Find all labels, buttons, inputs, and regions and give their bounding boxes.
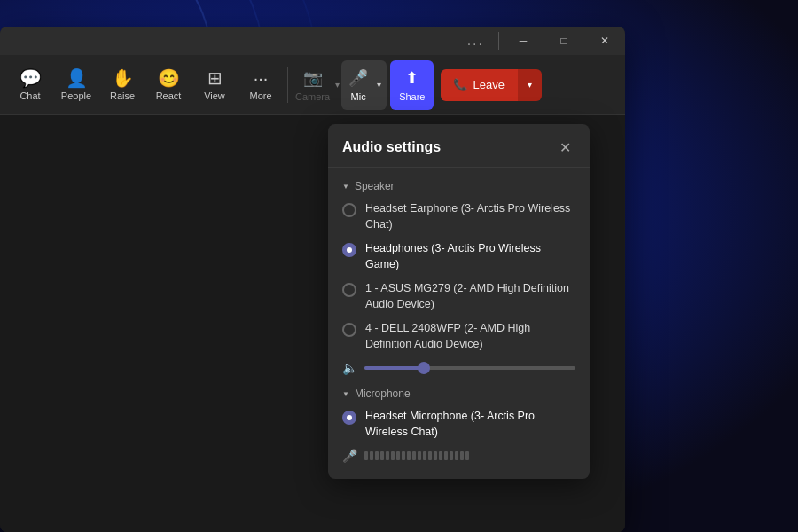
microphone-section: ▼ Microphone Headset Microphone (3- Arct… — [342, 387, 575, 470]
panel-title: Audio settings — [342, 139, 441, 155]
window-controls: ─ □ ✕ — [503, 27, 625, 55]
mic-level-icon: 🎤 — [342, 449, 357, 463]
volume-row: 🔈 — [342, 361, 575, 375]
camera-label: Camera — [295, 91, 330, 102]
raise-icon: ✋ — [112, 69, 134, 87]
camera-icon: 📷 — [303, 68, 323, 88]
radio-circle-3 — [342, 283, 356, 297]
level-bar — [460, 451, 464, 460]
maximize-button[interactable]: □ — [544, 27, 584, 55]
level-bar — [444, 451, 448, 460]
level-bar — [386, 451, 389, 460]
people-icon: 👤 — [66, 69, 88, 87]
speaker-option-2-label: Headphones (3- Arctis Pro Wireless Game) — [365, 241, 575, 272]
speaker-section-label: Speaker — [355, 180, 395, 192]
main-content: Audio settings ✕ ▼ Speaker Headset Earph… — [0, 115, 625, 532]
level-bar — [370, 451, 373, 460]
share-label: Share — [399, 91, 425, 102]
slider-thumb[interactable] — [418, 362, 430, 374]
level-bar — [407, 451, 411, 460]
level-bar — [455, 451, 458, 460]
microphone-section-header: ▼ Microphone — [342, 387, 575, 400]
view-button[interactable]: ⊞ View — [192, 60, 238, 110]
level-bar — [364, 451, 368, 460]
people-button[interactable]: 👤 People — [53, 60, 99, 110]
more-label: More — [249, 90, 271, 101]
level-bar — [375, 451, 379, 460]
mic-level-bars: 🎤 — [342, 449, 575, 470]
radio-circle-mic-1 — [342, 411, 356, 425]
level-bars-container — [364, 451, 469, 460]
radio-circle-1 — [342, 203, 356, 217]
chat-icon: 💬 — [20, 69, 42, 87]
react-button[interactable]: 😊 React — [145, 60, 192, 110]
leave-group: 📞 Leave ▾ — [441, 69, 541, 101]
mic-icon: 🎤 — [348, 68, 368, 88]
speaker-option-1-label: Headset Earphone (3- Arctis Pro Wireless… — [365, 201, 575, 232]
more-icon: ··· — [254, 69, 269, 87]
camera-button[interactable]: 📷 Camera — [292, 65, 333, 106]
minimize-button[interactable]: ─ — [503, 27, 544, 55]
title-bar: ... ─ □ ✕ — [0, 27, 625, 55]
panel-header: Audio settings ✕ — [328, 124, 590, 168]
chevron-down-icon: ▾ — [528, 80, 532, 90]
mic-dropdown-arrow[interactable]: ▾ — [373, 76, 385, 93]
mic-group[interactable]: 🎤 Mic ▾ — [341, 60, 387, 110]
react-icon: 😊 — [158, 69, 180, 87]
panel-close-button[interactable]: ✕ — [554, 137, 575, 158]
level-bar — [391, 451, 395, 460]
leave-label: Leave — [473, 78, 504, 91]
close-button[interactable]: ✕ — [584, 27, 625, 55]
share-icon: ⬆ — [405, 68, 419, 88]
leave-button[interactable]: 📞 Leave — [441, 69, 516, 101]
speaker-option-2[interactable]: Headphones (3- Arctis Pro Wireless Game) — [342, 241, 575, 272]
phone-end-icon: 📞 — [453, 78, 467, 91]
more-button[interactable]: ··· More — [238, 60, 284, 110]
toolbar-separator — [287, 67, 288, 103]
view-icon: ⊞ — [207, 69, 223, 87]
speaker-option-3-label: 1 - ASUS MG279 (2- AMD High Definition A… — [365, 281, 575, 312]
volume-slider[interactable] — [364, 366, 575, 370]
toolbar: 💬 Chat 👤 People ✋ Raise 😊 React ⊞ View ·… — [0, 55, 625, 115]
chevron-down-icon: ▾ — [335, 80, 340, 90]
react-label: React — [156, 90, 182, 101]
volume-icon: 🔈 — [342, 361, 357, 375]
audio-settings-panel: Audio settings ✕ ▼ Speaker Headset Earph… — [328, 124, 590, 479]
speaker-option-1[interactable]: Headset Earphone (3- Arctis Pro Wireless… — [342, 201, 575, 232]
mic-button[interactable]: 🎤 Mic — [343, 65, 373, 106]
view-label: View — [204, 90, 225, 101]
level-bar — [466, 451, 469, 460]
speaker-option-4-label: 4 - DELL 2408WFP (2- AMD High Definition… — [365, 321, 575, 352]
speaker-option-3[interactable]: 1 - ASUS MG279 (2- AMD High Definition A… — [342, 281, 575, 312]
chat-label: Chat — [20, 90, 40, 101]
level-bar — [402, 451, 405, 460]
mic-label: Mic — [351, 91, 366, 102]
camera-group[interactable]: 📷 Camera ▾ — [292, 60, 341, 110]
share-button[interactable]: ⬆ Share — [390, 60, 434, 110]
raise-label: Raise — [110, 90, 135, 101]
mic-option-1-label: Headset Microphone (3- Arctis Pro Wirele… — [365, 409, 575, 440]
level-bar — [428, 451, 432, 460]
level-bar — [423, 451, 426, 460]
speaker-option-4[interactable]: 4 - DELL 2408WFP (2- AMD High Definition… — [342, 321, 575, 352]
chevron-down-icon: ▾ — [377, 80, 381, 90]
leave-dropdown-button[interactable]: ▾ — [517, 69, 542, 101]
expand-icon-mic: ▼ — [342, 390, 349, 398]
level-bar — [412, 451, 416, 460]
mic-option-1[interactable]: Headset Microphone (3- Arctis Pro Wirele… — [342, 409, 575, 440]
chat-button[interactable]: 💬 Chat — [7, 60, 53, 110]
title-divider — [498, 32, 499, 50]
title-dots: ... — [457, 33, 495, 49]
radio-circle-4 — [342, 323, 356, 337]
level-bar — [396, 451, 400, 460]
raise-button[interactable]: ✋ Raise — [99, 60, 145, 110]
panel-body: ▼ Speaker Headset Earphone (3- Arctis Pr… — [328, 168, 590, 479]
level-bar — [434, 451, 437, 460]
level-bar — [380, 451, 384, 460]
radio-circle-2 — [342, 243, 356, 257]
expand-icon: ▼ — [342, 183, 349, 191]
microphone-section-label: Microphone — [355, 387, 411, 400]
slider-fill — [364, 366, 424, 370]
speaker-section-header: ▼ Speaker — [342, 180, 575, 192]
camera-dropdown-arrow[interactable]: ▾ — [333, 76, 341, 93]
